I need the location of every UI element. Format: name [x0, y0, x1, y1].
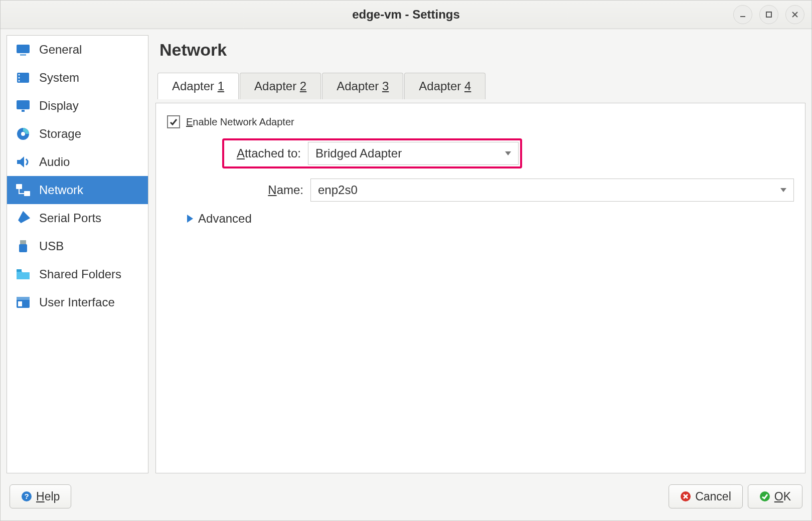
sidebar-item-label: Storage	[39, 127, 81, 141]
name-row: Name: enp2s0	[222, 179, 794, 202]
display-icon	[15, 98, 31, 114]
advanced-disclosure[interactable]: Advanced	[187, 212, 794, 226]
shared-folders-icon	[15, 266, 31, 282]
svg-point-8	[19, 77, 20, 79]
triangle-right-icon	[187, 215, 193, 223]
sidebar-item-label: Network	[39, 183, 83, 197]
enable-adapter-row: Enable Network Adapter	[167, 115, 794, 128]
svg-rect-16	[20, 240, 26, 244]
sidebar-item-shared-folders[interactable]: Shared Folders	[7, 260, 148, 288]
sidebar-item-usb[interactable]: USB	[7, 232, 148, 260]
svg-point-27	[760, 491, 770, 501]
adapter-tab-bar: Adapter 1 Adapter 2 Adapter 3 Adapter 4	[155, 73, 805, 99]
titlebar: edge-vm - Settings	[1, 1, 811, 29]
storage-icon	[15, 126, 31, 142]
network-icon	[15, 182, 31, 198]
svg-rect-17	[19, 244, 27, 252]
svg-rect-4	[17, 45, 30, 53]
close-button[interactable]	[785, 5, 804, 24]
close-icon	[791, 11, 799, 19]
svg-rect-10	[17, 100, 30, 109]
svg-rect-15	[24, 191, 30, 196]
svg-rect-14	[16, 184, 22, 189]
sidebar-item-audio[interactable]: Audio	[7, 148, 148, 176]
svg-point-7	[19, 74, 20, 76]
svg-rect-18	[17, 269, 22, 272]
sidebar-item-user-interface[interactable]: User Interface	[7, 288, 148, 316]
sidebar-item-label: General	[39, 43, 82, 57]
sidebar-item-label: Display	[39, 99, 79, 113]
maximize-button[interactable]	[759, 5, 778, 24]
svg-rect-21	[18, 301, 22, 306]
tab-adapter-4[interactable]: Adapter 4	[404, 73, 485, 99]
settings-sidebar: General System Display Storage	[7, 35, 148, 473]
window-controls	[733, 5, 804, 24]
sidebar-item-label: Serial Ports	[39, 211, 101, 225]
general-icon	[15, 42, 31, 58]
svg-rect-11	[22, 110, 25, 112]
system-icon	[15, 70, 31, 86]
help-icon: ?	[21, 491, 32, 502]
check-icon	[170, 118, 178, 126]
sidebar-item-serial-ports[interactable]: Serial Ports	[7, 204, 148, 232]
help-button[interactable]: ? Help	[10, 484, 71, 508]
tab-adapter-2[interactable]: Adapter 2	[240, 73, 321, 99]
sidebar-item-system[interactable]: System	[7, 64, 148, 92]
attached-to-label: Attached to:	[226, 146, 301, 160]
name-value: enp2s0	[318, 183, 358, 197]
attached-to-highlight: Attached to: Bridged Adapter	[222, 138, 522, 168]
dialog-footer: ? Help Cancel OK	[1, 479, 811, 520]
ok-button[interactable]: OK	[748, 484, 802, 508]
attached-to-select[interactable]: Bridged Adapter	[308, 142, 519, 165]
sidebar-item-label: User Interface	[39, 295, 115, 309]
serial-ports-icon	[15, 210, 31, 226]
enable-adapter-label: Enable Network Adapter	[186, 116, 294, 128]
svg-text:?: ?	[24, 492, 29, 500]
sidebar-item-label: USB	[39, 239, 64, 253]
dialog-body: General System Display Storage	[1, 29, 811, 479]
cancel-button[interactable]: Cancel	[669, 484, 743, 508]
cancel-label: Cancel	[695, 490, 731, 503]
sidebar-item-storage[interactable]: Storage	[7, 120, 148, 148]
svg-rect-1	[766, 12, 771, 17]
sidebar-item-general[interactable]: General	[7, 36, 148, 64]
attached-to-row: Attached to: Bridged Adapter	[222, 138, 794, 168]
chevron-down-icon	[780, 188, 786, 192]
svg-point-13	[21, 132, 25, 136]
main-panel: Network Adapter 1 Adapter 2 Adapter 3 Ad…	[155, 35, 805, 473]
sidebar-item-label: Audio	[39, 155, 70, 169]
settings-window: edge-vm - Settings General	[0, 0, 812, 521]
sidebar-item-label: System	[39, 71, 79, 85]
maximize-icon	[765, 11, 773, 19]
sidebar-item-label: Shared Folders	[39, 267, 121, 281]
user-interface-icon	[15, 294, 31, 310]
audio-icon	[15, 154, 31, 170]
name-label: Name:	[222, 183, 303, 197]
window-title: edge-vm - Settings	[352, 8, 460, 22]
advanced-label: Advanced	[198, 212, 252, 226]
cancel-icon	[680, 491, 691, 502]
minimize-icon	[739, 11, 747, 19]
svg-rect-5	[20, 54, 26, 56]
enable-adapter-checkbox[interactable]	[167, 115, 180, 128]
tab-adapter-3[interactable]: Adapter 3	[322, 73, 403, 99]
tab-adapter-1[interactable]: Adapter 1	[157, 73, 239, 99]
attached-to-value: Bridged Adapter	[315, 146, 402, 160]
svg-point-9	[19, 80, 20, 82]
minimize-button[interactable]	[733, 5, 752, 24]
page-title: Network	[155, 35, 805, 69]
chevron-down-icon	[505, 151, 511, 155]
sidebar-item-network[interactable]: Network	[7, 176, 148, 204]
usb-icon	[15, 238, 31, 254]
sidebar-item-display[interactable]: Display	[7, 92, 148, 120]
name-select[interactable]: enp2s0	[310, 179, 794, 202]
ok-icon	[759, 491, 770, 502]
svg-rect-20	[17, 297, 30, 300]
tab-panel: Enable Network Adapter Attached to: Brid…	[155, 103, 805, 473]
